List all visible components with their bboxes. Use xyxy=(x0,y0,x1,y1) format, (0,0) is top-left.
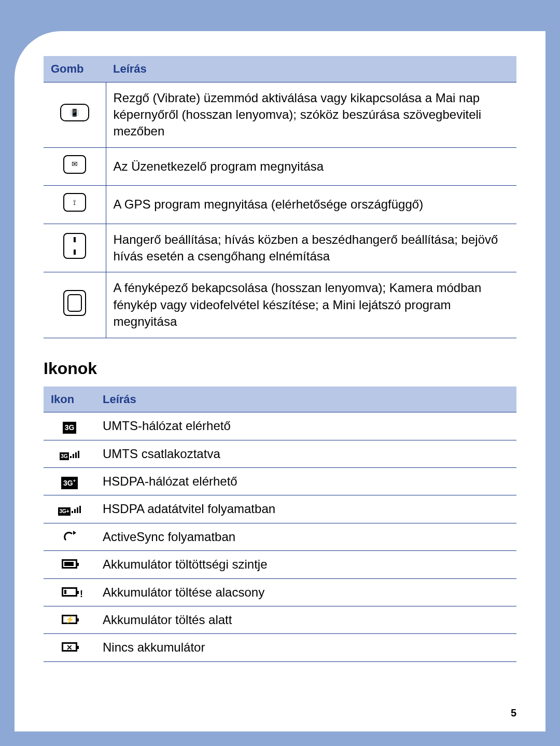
desc-cell: A GPS program megnyitása (elérhetősége o… xyxy=(106,186,516,224)
table-row: ! Akkumulátor töltése alacsony xyxy=(44,578,516,606)
table-row: 3G UMTS-hálózat elérhető xyxy=(44,412,516,440)
col-header-leiras: Leírás xyxy=(95,386,516,412)
desc-cell: UMTS-hálózat elérhető xyxy=(95,412,516,440)
3gplus-available-icon: 3G+ xyxy=(44,468,95,495)
vibrate-key-icon: 📳 xyxy=(44,82,106,147)
desc-cell: Az Üzenetkezelő program megnyitása xyxy=(106,147,516,185)
table-row: 3G+ HSDPA-hálózat elérhető xyxy=(44,468,516,495)
table-header-row: Gomb Leírás xyxy=(44,56,516,82)
battery-low-icon: ! xyxy=(44,578,95,606)
icons-table: Ikon Leírás 3G UMTS-hálózat elérhető 3G … xyxy=(44,386,516,662)
table-row: ⟟ A GPS program megnyitása (elérhetősége… xyxy=(44,186,516,224)
battery-level-icon xyxy=(44,551,95,578)
table-row: A fényképező bekapcsolása (hosszan lenyo… xyxy=(44,272,516,338)
table-row: Akkumulátor töltöttségi szintje xyxy=(44,551,516,578)
battery-charging-icon xyxy=(44,606,95,634)
battery-none-icon xyxy=(44,634,95,661)
table-row: Nincs akkumulátor xyxy=(44,634,516,661)
icons-section-title: Ikonok xyxy=(44,359,516,378)
desc-cell: Akkumulátor töltése alacsony xyxy=(95,578,516,606)
desc-cell: A fényképező bekapcsolása (hosszan lenyo… xyxy=(106,272,516,338)
table-row: 3G UMTS csatlakoztatva xyxy=(44,440,516,467)
desc-cell: Rezgő (Vibrate) üzemmód aktiválása vagy … xyxy=(106,82,516,147)
activesync-icon xyxy=(44,523,95,550)
manual-page: Gomb Leírás 📳 Rezgő (Vibrate) üzemmód ak… xyxy=(15,31,545,731)
col-header-leiras: Leírás xyxy=(106,56,516,82)
desc-cell: Akkumulátor töltöttségi szintje xyxy=(95,551,516,578)
table-row: Akkumulátor töltés alatt xyxy=(44,606,516,634)
table-row: ✉ Az Üzenetkezelő program megnyitása xyxy=(44,147,516,185)
desc-cell: HSDPA adatátvitel folyamatban xyxy=(95,495,516,523)
gps-key-icon: ⟟ xyxy=(44,186,106,224)
volume-key-icon xyxy=(44,224,106,272)
desc-cell: Nincs akkumulátor xyxy=(95,634,516,661)
desc-cell: HSDPA-hálózat elérhető xyxy=(95,468,516,495)
desc-cell: ActiveSync folyamatban xyxy=(95,523,516,550)
3g-connected-icon: 3G xyxy=(44,440,95,467)
table-row: Hangerő beállítása; hívás közben a beszé… xyxy=(44,224,516,272)
table-row: 📳 Rezgő (Vibrate) üzemmód aktiválása vag… xyxy=(44,82,516,147)
desc-cell: UMTS csatlakoztatva xyxy=(95,440,516,467)
message-key-icon: ✉ xyxy=(44,147,106,185)
table-row: ActiveSync folyamatban xyxy=(44,523,516,550)
3g-available-icon: 3G xyxy=(44,412,95,440)
table-header-row: Ikon Leírás xyxy=(44,386,516,412)
page-number: 5 xyxy=(511,707,516,719)
col-header-gomb: Gomb xyxy=(44,56,106,82)
buttons-table: Gomb Leírás 📳 Rezgő (Vibrate) üzemmód ak… xyxy=(44,56,516,338)
table-row: 3G+ HSDPA adatátvitel folyamatban xyxy=(44,495,516,523)
desc-cell: Akkumulátor töltés alatt xyxy=(95,606,516,634)
camera-key-icon xyxy=(44,272,106,338)
col-header-ikon: Ikon xyxy=(44,386,95,412)
3gplus-transfer-icon: 3G+ xyxy=(44,495,95,523)
desc-cell: Hangerő beállítása; hívás közben a beszé… xyxy=(106,224,516,272)
